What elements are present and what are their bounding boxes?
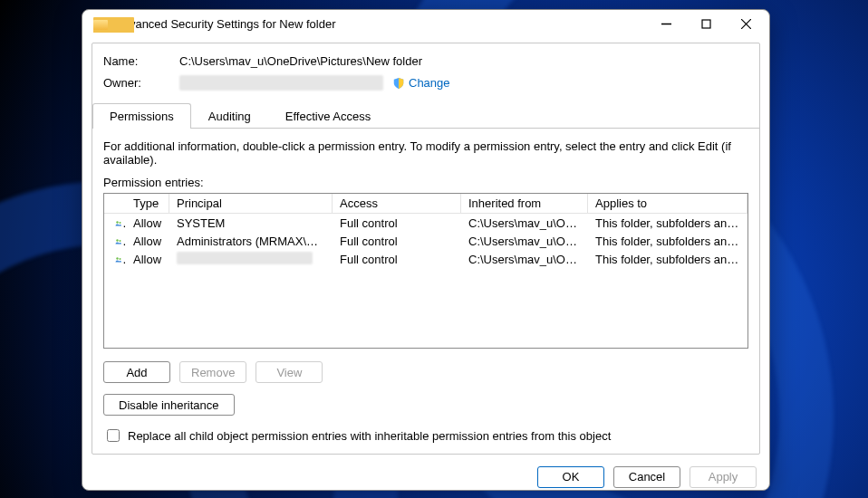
svg-point-9 xyxy=(120,258,121,260)
tab-strip: Permissions Auditing Effective Access xyxy=(92,103,759,129)
remove-button[interactable]: Remove xyxy=(179,361,246,383)
principal-redacted xyxy=(177,252,313,264)
dialog-footer: OK Cancel Apply xyxy=(82,464,769,490)
column-inherited-from[interactable]: Inherited from xyxy=(461,194,588,214)
people-icon xyxy=(115,253,122,266)
cell-inherited-from: C:\Users\mav_u\OneD... xyxy=(461,234,588,249)
maximize-button[interactable] xyxy=(686,10,726,37)
tab-effective-access[interactable]: Effective Access xyxy=(268,103,388,129)
table-row[interactable]: AllowSYSTEMFull controlC:\Users\mav_u\On… xyxy=(104,214,747,232)
permission-entries-grid[interactable]: Type Principal Access Inherited from App… xyxy=(103,193,748,349)
svg-rect-1 xyxy=(702,20,710,28)
info-text: For additional information, double-click… xyxy=(103,139,748,167)
cell-principal: SYSTEM xyxy=(169,215,333,231)
table-row[interactable]: AllowFull controlC:\Users\mav_u\OneD...T… xyxy=(104,250,747,268)
replace-child-permissions-label: Replace all child object permission entr… xyxy=(128,429,611,443)
view-button[interactable]: View xyxy=(256,361,323,383)
content-panel: Name: C:\Users\mav_u\OneDrive\Pictures\N… xyxy=(92,43,760,455)
cancel-button[interactable]: Cancel xyxy=(613,466,680,488)
add-button[interactable]: Add xyxy=(103,361,170,383)
svg-point-8 xyxy=(116,257,118,259)
cell-type: Allow xyxy=(126,234,169,249)
owner-value-redacted xyxy=(179,75,383,91)
owner-label: Owner: xyxy=(103,76,179,90)
title-bar: Advanced Security Settings for New folde… xyxy=(82,10,769,37)
svg-point-5 xyxy=(120,222,121,224)
disable-inheritance-button[interactable]: Disable inheritance xyxy=(103,394,235,416)
name-value: C:\Users\mav_u\OneDrive\Pictures\New fol… xyxy=(179,54,422,68)
entries-label: Permission entries: xyxy=(103,176,748,189)
change-owner-link[interactable]: Change xyxy=(409,76,450,90)
cell-access: Full control xyxy=(333,215,461,231)
grid-header: Type Principal Access Inherited from App… xyxy=(104,194,747,214)
close-button[interactable] xyxy=(726,10,766,37)
minimize-button[interactable] xyxy=(646,10,686,37)
cell-inherited-from: C:\Users\mav_u\OneD... xyxy=(461,252,588,267)
people-icon xyxy=(115,216,122,230)
column-applies-to[interactable]: Applies to xyxy=(588,194,747,214)
name-label: Name: xyxy=(103,54,179,68)
cell-principal: Administrators (MRMAX\Ad... xyxy=(169,234,333,249)
ok-button[interactable]: OK xyxy=(537,466,604,488)
svg-point-6 xyxy=(116,239,118,241)
cell-applies-to: This folder, subfolders and files xyxy=(588,252,747,267)
desktop-background: Advanced Security Settings for New folde… xyxy=(0,0,868,498)
cell-inherited-from: C:\Users\mav_u\OneD... xyxy=(461,215,588,231)
tab-auditing[interactable]: Auditing xyxy=(191,103,268,129)
tab-permissions[interactable]: Permissions xyxy=(92,103,191,129)
column-principal[interactable]: Principal xyxy=(169,194,333,214)
replace-child-permissions-checkbox[interactable] xyxy=(107,429,120,442)
svg-point-7 xyxy=(120,240,121,242)
cell-type: Allow xyxy=(126,215,169,231)
shield-icon xyxy=(392,77,405,90)
apply-button[interactable]: Apply xyxy=(690,466,757,488)
cell-type: Allow xyxy=(126,252,169,267)
cell-access: Full control xyxy=(333,252,461,267)
cell-applies-to: This folder, subfolders and files xyxy=(588,215,747,231)
column-type[interactable]: Type xyxy=(126,194,169,214)
column-access[interactable]: Access xyxy=(333,194,461,214)
cell-applies-to: This folder, subfolders and files xyxy=(588,234,747,249)
folder-icon xyxy=(93,16,108,31)
table-row[interactable]: AllowAdministrators (MRMAX\Ad...Full con… xyxy=(104,232,747,250)
people-icon xyxy=(115,235,122,248)
cell-access: Full control xyxy=(333,234,461,249)
svg-point-4 xyxy=(116,221,118,223)
advanced-security-window: Advanced Security Settings for New folde… xyxy=(82,9,770,491)
window-title: Advanced Security Settings for New folde… xyxy=(115,17,646,31)
